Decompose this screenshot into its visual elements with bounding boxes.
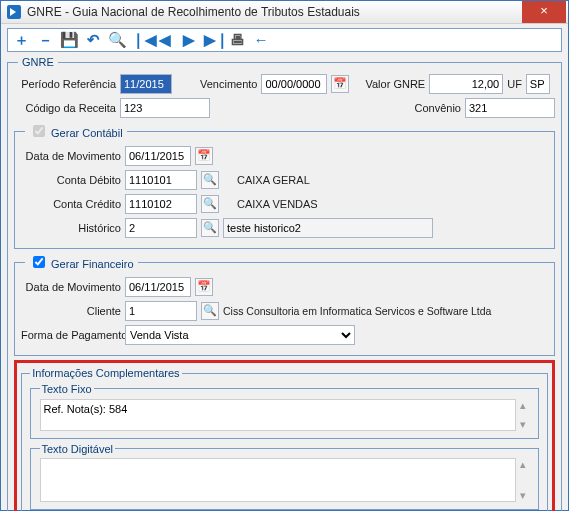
info-compl-group: Informações Complementares Texto Fixo Re… (21, 367, 548, 511)
undo-icon[interactable]: ↶ (84, 31, 102, 49)
financeiro-cb-label: Gerar Financeiro (51, 258, 134, 270)
last-icon[interactable]: ▶❘ (204, 31, 222, 49)
remove-icon[interactable]: － (36, 31, 54, 49)
codreceita-input[interactable] (120, 98, 210, 118)
cliente-label: Cliente (21, 305, 121, 317)
fin-data-input[interactable] (125, 277, 191, 297)
contabil-legend: Gerar Contábil (25, 122, 127, 140)
periodo-label: Período Referência (14, 78, 116, 90)
cliente-desc: Ciss Consultoria em Informatica Servicos… (223, 305, 491, 317)
info-compl-highlight: Informações Complementares Texto Fixo Re… (14, 360, 555, 511)
convenio-input[interactable] (465, 98, 555, 118)
historico-desc[interactable] (223, 218, 433, 238)
conta-debito-desc: CAIXA GERAL (237, 174, 310, 186)
search-icon[interactable]: 🔍 (201, 219, 219, 237)
financeiro-group: Gerar Financeiro Data de Movimento 📅 Cli… (14, 253, 555, 356)
texto-fixo-legend: Texto Fixo (40, 383, 94, 395)
cont-data-input[interactable] (125, 146, 191, 166)
vencimento-label: Vencimento (200, 78, 257, 90)
scroll-icon[interactable]: ▴▾ (516, 399, 530, 431)
fin-data-label: Data de Movimento (21, 281, 121, 293)
conta-credito-desc: CAIXA VENDAS (237, 198, 318, 210)
first-icon[interactable]: ❘◀ (132, 31, 150, 49)
valor-input[interactable] (429, 74, 503, 94)
codreceita-label: Código da Receita (14, 102, 116, 114)
uf-label: UF (507, 78, 522, 90)
app-icon (7, 5, 21, 19)
texto-digit-group: Texto Digitável ▴▾ (30, 443, 539, 511)
search-icon[interactable]: 🔍 (201, 195, 219, 213)
texto-fixo-area: Ref. Nota(s): 584 (40, 399, 516, 431)
texto-digit-area[interactable] (40, 458, 516, 502)
next-icon[interactable]: ▶ (180, 31, 198, 49)
forma-select[interactable]: Venda Vista (125, 325, 355, 345)
scroll-icon[interactable]: ▴▾ (516, 458, 530, 502)
print-icon[interactable]: 🖶 (228, 31, 246, 49)
forma-label: Forma de Pagamento (21, 329, 121, 341)
conta-debito-label: Conta Débito (21, 174, 121, 186)
add-icon[interactable]: ＋ (12, 31, 30, 49)
uf-input[interactable] (526, 74, 550, 94)
financeiro-checkbox[interactable] (33, 256, 45, 268)
calendar-icon[interactable]: 📅 (331, 75, 349, 93)
contabil-checkbox[interactable] (33, 125, 45, 137)
cont-data-label: Data de Movimento (21, 150, 121, 162)
contabil-cb-label: Gerar Contábil (51, 127, 123, 139)
texto-fixo-group: Texto Fixo Ref. Nota(s): 584 ▴▾ (30, 383, 539, 439)
calendar-icon[interactable]: 📅 (195, 147, 213, 165)
search-icon[interactable]: 🔍 (108, 31, 126, 49)
texto-digit-legend: Texto Digitável (40, 443, 116, 455)
save-icon[interactable]: 💾 (60, 31, 78, 49)
historico-input[interactable] (125, 218, 197, 238)
conta-credito-input[interactable] (125, 194, 197, 214)
valor-label: Valor GNRE (365, 78, 425, 90)
calendar-icon[interactable]: 📅 (195, 278, 213, 296)
toolbar: ＋ － 💾 ↶ 🔍 ❘◀ ◀ ▶ ▶❘ 🖶 ← (7, 28, 562, 52)
conta-debito-input[interactable] (125, 170, 197, 190)
close-button[interactable]: × (522, 1, 566, 23)
vencimento-input[interactable] (261, 74, 327, 94)
window-title: GNRE - Guia Nacional de Recolhimento de … (27, 5, 360, 19)
gnre-legend: GNRE (18, 56, 58, 68)
app-window: GNRE - Guia Nacional de Recolhimento de … (0, 0, 569, 511)
back-icon[interactable]: ← (252, 31, 270, 49)
search-icon[interactable]: 🔍 (201, 302, 219, 320)
search-icon[interactable]: 🔍 (201, 171, 219, 189)
convenio-label: Convênio (415, 102, 461, 114)
financeiro-legend: Gerar Financeiro (25, 253, 138, 271)
prev-icon[interactable]: ◀ (156, 31, 174, 49)
contabil-group: Gerar Contábil Data de Movimento 📅 Conta… (14, 122, 555, 249)
periodo-input[interactable] (120, 74, 172, 94)
gnre-group: GNRE Período Referência Vencimento 📅 Val… (7, 56, 562, 511)
cliente-input[interactable] (125, 301, 197, 321)
info-compl-legend: Informações Complementares (30, 367, 181, 379)
titlebar: GNRE - Guia Nacional de Recolhimento de … (1, 1, 568, 24)
conta-credito-label: Conta Crédito (21, 198, 121, 210)
historico-label: Histórico (21, 222, 121, 234)
